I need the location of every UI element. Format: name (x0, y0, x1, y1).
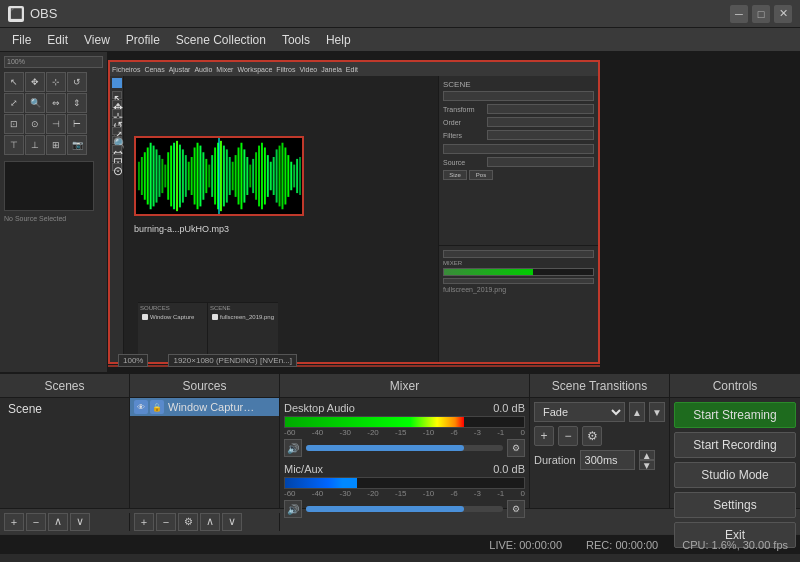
source-lock-icon[interactable]: 🔒 (150, 400, 164, 414)
mixer-channel-desktop: Desktop Audio 0.0 dB -60-40-30-20-15-10-… (284, 402, 525, 457)
svg-rect-39 (249, 165, 251, 188)
transition-spinner-up[interactable]: ▲ (629, 402, 645, 422)
transitions-header: Scene Transitions (530, 374, 670, 397)
svg-rect-8 (158, 155, 160, 197)
nested-mixer-scroll[interactable] (443, 278, 594, 284)
tool-align-left[interactable]: ⊣ (46, 114, 66, 134)
source-up-button[interactable]: ∧ (200, 513, 220, 531)
maximize-button[interactable]: □ (752, 5, 770, 23)
duration-down[interactable]: ▼ (639, 460, 655, 470)
mixer-mic-slider[interactable] (306, 506, 503, 512)
prop-value-filters[interactable] (487, 130, 594, 140)
scene-dot (212, 314, 218, 320)
nested-btn-2[interactable]: Pos (469, 170, 493, 180)
menu-tools[interactable]: Tools (274, 31, 318, 49)
transition-remove-icon[interactable]: − (558, 426, 578, 446)
tool-align-bottom[interactable]: ⊥ (25, 135, 45, 155)
transition-type-select[interactable]: Fade (534, 402, 625, 422)
scene-down-button[interactable]: ∨ (70, 513, 90, 531)
svg-rect-24 (205, 159, 207, 193)
nested-menu-mixer: Mixer (216, 66, 233, 73)
scene-up-button[interactable]: ∧ (48, 513, 68, 531)
tool-flip-v[interactable]: ⇕ (67, 93, 87, 113)
scene-item-1[interactable]: Scene (2, 400, 127, 418)
tool-scale[interactable]: ⤢ (4, 93, 24, 113)
menu-help[interactable]: Help (318, 31, 359, 49)
nested-tool-7[interactable]: ⇔ (112, 145, 122, 153)
nested-tool-5[interactable]: ⤢ (112, 127, 122, 135)
tool-cursor[interactable]: ↖ (4, 72, 24, 92)
tool-align-top[interactable]: ⊤ (4, 135, 24, 155)
transition-settings-icon[interactable]: ⚙ (582, 426, 602, 446)
source-settings-button[interactable]: ⚙ (178, 513, 198, 531)
tool-move[interactable]: ✥ (25, 72, 45, 92)
svg-rect-15 (179, 145, 181, 208)
prop-value-transform[interactable] (487, 104, 594, 114)
scene-remove-button[interactable]: − (26, 513, 46, 531)
menu-file[interactable]: File (4, 31, 39, 49)
tool-center[interactable]: ⊙ (25, 114, 45, 134)
tool-align-right[interactable]: ⊢ (67, 114, 87, 134)
duration-up[interactable]: ▲ (639, 450, 655, 460)
prop-value-source[interactable] (487, 157, 594, 167)
source-eye-icon[interactable]: 👁 (134, 400, 148, 414)
mixer-desktop-mute[interactable]: 🔊 (284, 439, 302, 457)
tool-screenshot[interactable]: 📷 (67, 135, 87, 155)
nested-tool-8[interactable]: ⊡ (112, 154, 122, 162)
nested-mixer-label (443, 250, 594, 258)
menu-view[interactable]: View (76, 31, 118, 49)
transition-add-icon[interactable]: + (534, 426, 554, 446)
nested-tool-2[interactable]: ✥ (112, 100, 122, 108)
nested-tool-4[interactable]: ↺ (112, 118, 122, 126)
tool-fit[interactable]: ⊡ (4, 114, 24, 134)
nested-tool-1[interactable]: ↖ (112, 91, 122, 99)
prop-label-source: Source (443, 159, 483, 166)
mixer-desktop-settings[interactable]: ⚙ (507, 439, 525, 457)
nested-btn-1[interactable]: Size (443, 170, 467, 180)
studio-mode-button[interactable]: Studio Mode (674, 462, 796, 488)
menu-edit[interactable]: Edit (39, 31, 76, 49)
tool-group[interactable]: ⊞ (46, 135, 66, 155)
source-down-button[interactable]: ∨ (222, 513, 242, 531)
tool-flip-h[interactable]: ⇔ (46, 93, 66, 113)
prop-value-order[interactable] (487, 117, 594, 127)
close-button[interactable]: ✕ (774, 5, 792, 23)
nested-mixer-fill (444, 269, 533, 275)
nested-tool-6[interactable]: 🔍 (112, 136, 122, 144)
nested-menu-video: Video (299, 66, 317, 73)
scene-add-button[interactable]: + (4, 513, 24, 531)
menu-scene-collection[interactable]: Scene Collection (168, 31, 274, 49)
minimize-button[interactable]: ─ (730, 5, 748, 23)
nested-scene-selector[interactable] (443, 91, 594, 101)
sources-panel: 👁 🔒 Window Capture (X... (130, 398, 280, 508)
source-dot-1 (142, 314, 148, 320)
tool-zoom[interactable]: 🔍 (25, 93, 45, 113)
prop-label-transform: Transform (443, 106, 483, 113)
source-add-button[interactable]: + (134, 513, 154, 531)
menu-profile[interactable]: Profile (118, 31, 168, 49)
svg-rect-21 (197, 143, 199, 210)
mixer-desktop-slider[interactable] (306, 445, 503, 451)
tool-rotate[interactable]: ↺ (67, 72, 87, 92)
tool-crop[interactable]: ⊹ (46, 72, 66, 92)
bottom-panel: Scenes Sources Mixer Scene Transitions C… (0, 372, 800, 534)
source-remove-button[interactable]: − (156, 513, 176, 531)
duration-input[interactable] (580, 450, 635, 470)
mixer-desktop-bar-container (284, 416, 525, 428)
start-recording-button[interactable]: Start Recording (674, 432, 796, 458)
nested-source-item-1: Window Capture (140, 313, 205, 321)
nested-tool-9[interactable]: ⊙ (112, 163, 122, 171)
start-streaming-button[interactable]: Start Streaming (674, 402, 796, 428)
nested-tool-3[interactable]: ⊹ (112, 109, 122, 117)
settings-button[interactable]: Settings (674, 492, 796, 518)
svg-rect-16 (182, 149, 184, 202)
toolbar-inner: 100% ↖ ✥ ⊹ ↺ ⤢ 🔍 ⇔ ⇕ ⊡ ⊙ ⊣ ⊢ ⊤ ⊥ ⊞ 📷 No … (0, 52, 107, 226)
controls-panel: Start Streaming Start Recording Studio M… (670, 398, 800, 508)
mixer-mic-settings[interactable]: ⚙ (507, 500, 525, 518)
mixer-mic-bar-track (285, 478, 524, 488)
mixer-mic-mute[interactable]: 🔊 (284, 500, 302, 518)
source-item-1[interactable]: 👁 🔒 Window Capture (X... (130, 398, 279, 416)
nested-more-props[interactable] (443, 144, 594, 154)
transition-spinner-down[interactable]: ▼ (649, 402, 665, 422)
mixer-channel-header-desktop: Desktop Audio 0.0 dB (284, 402, 525, 414)
